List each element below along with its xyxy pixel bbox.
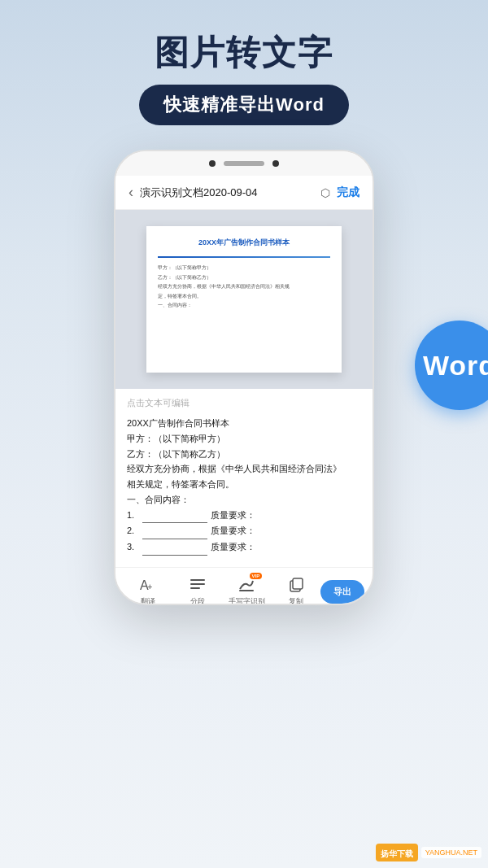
numbered-line-3: 3. 质量要求： <box>127 539 361 556</box>
phone-camera <box>209 160 216 167</box>
translate-icon: A + <box>137 576 159 594</box>
blank-3 <box>142 539 207 556</box>
document-page: 20XX年广告制作合同书样本 甲方：（以下简称甲方） 乙方：（以下简称乙方） 经… <box>146 226 342 373</box>
bottom-toolbar: A + 翻译 分段 <box>115 567 373 606</box>
toolbar-copy[interactable]: 复制 <box>272 576 321 605</box>
editable-hint: 点击文本可编辑 <box>127 397 361 409</box>
watermark-brand-box: 扬华下载 <box>376 844 418 861</box>
text-content-area[interactable]: 点击文本可编辑 20XX广告制作合同书样本 甲方：（以下简称甲方） 乙方：（以下… <box>115 389 373 566</box>
doc-line-2: 乙方：（以下简称乙方） <box>158 274 330 281</box>
phone-topbar <box>115 151 373 176</box>
paragraph-label: 分段 <box>190 596 205 605</box>
text-line-body2: 相关规定，特签署本合同。 <box>127 477 361 492</box>
copy-icon <box>285 576 307 594</box>
back-button[interactable]: ‹ <box>129 184 133 201</box>
svg-rect-5 <box>239 590 254 591</box>
blank-2 <box>142 523 207 539</box>
watermark-brand: 扬华下载 <box>381 849 413 858</box>
handwriting-icon: VIP <box>236 576 257 594</box>
numbered-line-2: 2. 质量要求： <box>127 523 361 539</box>
svg-rect-3 <box>190 583 205 585</box>
doc-divider <box>158 256 330 258</box>
svg-rect-2 <box>190 579 205 581</box>
svg-rect-7 <box>293 578 303 589</box>
doc-line-1: 甲方：（以下简称甲方） <box>158 264 330 271</box>
text-line-section: 一、合同内容： <box>127 492 361 508</box>
phone-speaker <box>224 161 264 166</box>
share-icon[interactable]: ⬡ <box>320 186 330 199</box>
document-title: 演示识别文档2020-09-04 <box>140 185 314 200</box>
phone-sensor <box>272 160 279 167</box>
phone-mockup: ‹ 演示识别文档2020-09-04 ⬡ 完成 20XX年广告制作合同书样本 甲… <box>114 150 374 605</box>
word-badge-text: Word <box>423 350 488 382</box>
blank-1 <box>142 508 207 524</box>
svg-text:+: + <box>147 582 152 591</box>
vip-badge: VIP <box>250 573 263 579</box>
handwriting-label: 手写字识别 <box>229 596 265 605</box>
suffix-1: 质量要求： <box>211 508 255 524</box>
doc-line-5: 一、合同内容： <box>158 302 330 308</box>
copy-label: 复制 <box>289 596 303 605</box>
svg-rect-4 <box>190 587 200 589</box>
text-content: 20XX广告制作合同书样本 甲方：（以下简称甲方） 乙方：（以下简称乙方） 经双… <box>127 416 361 555</box>
numbered-line-1: 1. 质量要求： <box>127 508 361 524</box>
export-button[interactable]: 导出 <box>320 580 364 604</box>
watermark-site: YANGHUA.NET <box>421 847 481 858</box>
app-header: ‹ 演示识别文档2020-09-04 ⬡ 完成 <box>115 176 373 210</box>
num-3: 3. <box>127 539 139 556</box>
text-line-jia: 甲方：（以下简称甲方） <box>127 431 361 447</box>
num-2: 2. <box>127 523 139 539</box>
doc-line-4: 定，特签署本合同。 <box>158 293 330 299</box>
text-line-body1: 经双方充分协商，根据《中华人民共和国经济合同法》 <box>127 461 361 477</box>
phone-wrapper: ‹ 演示识别文档2020-09-04 ⬡ 完成 20XX年广告制作合同书样本 甲… <box>0 150 488 605</box>
paragraph-icon <box>187 576 208 594</box>
word-badge: Word <box>415 321 488 410</box>
text-line-title: 20XX广告制作合同书样本 <box>127 416 361 431</box>
hero-section: 图片转文字 快速精准导出Word <box>0 0 488 125</box>
watermark: 扬华下载 YANGHUA.NET <box>376 844 481 861</box>
doc-title: 20XX年广告制作合同书样本 <box>158 238 330 248</box>
text-line-yi: 乙方：（以下简称乙方） <box>127 447 361 462</box>
suffix-3: 质量要求： <box>211 539 255 556</box>
subtitle-pill: 快速精准导出Word <box>139 85 349 125</box>
done-button[interactable]: 完成 <box>337 185 359 200</box>
toolbar-translate[interactable]: A + 翻译 <box>124 576 173 605</box>
num-1: 1. <box>127 508 139 524</box>
doc-line-3: 经双方充分协商，根据《中华人民共和国经济合同法》相关规 <box>158 283 330 290</box>
main-title: 图片转文字 <box>0 33 488 73</box>
toolbar-paragraph[interactable]: 分段 <box>173 576 223 605</box>
toolbar-handwriting[interactable]: VIP 手写字识别 <box>222 576 272 605</box>
suffix-2: 质量要求： <box>211 523 255 539</box>
document-image-area: 20XX年广告制作合同书样本 甲方：（以下简称甲方） 乙方：（以下简称乙方） 经… <box>115 210 373 389</box>
translate-label: 翻译 <box>141 596 155 605</box>
